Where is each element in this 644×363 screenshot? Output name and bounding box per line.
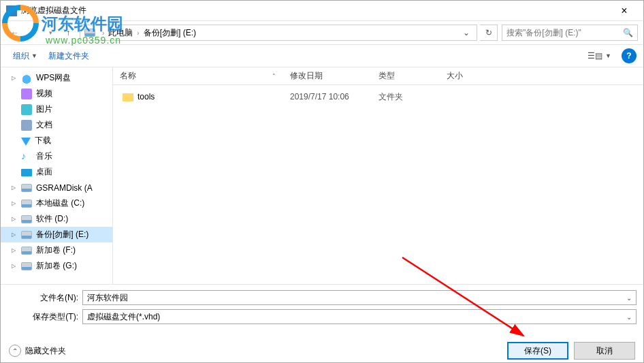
refresh-button[interactable]: ↻ — [480, 25, 498, 41]
sidebar-item-label: 下载 — [35, 135, 51, 146]
drive-icon — [21, 262, 32, 270]
filename-label: 文件名(N): — [7, 292, 82, 304]
column-type[interactable]: 类型 — [372, 70, 440, 82]
sidebar-item[interactable]: 下载 — [1, 133, 112, 148]
search-icon[interactable]: 🔍 — [623, 28, 633, 37]
sort-asc-icon: ˄ — [272, 73, 276, 80]
file-name: tools — [138, 92, 155, 101]
drive-icon — [21, 231, 32, 239]
search-placeholder: 搜索"备份[勿删] (E:)" — [506, 27, 623, 39]
savetype-label: 保存类型(T): — [7, 311, 82, 323]
chevron-right-icon: › — [134, 29, 142, 37]
pic-icon — [21, 104, 32, 115]
column-size[interactable]: 大小 — [440, 70, 494, 82]
sidebar-item[interactable]: 软件 (D:) — [1, 211, 112, 227]
sidebar[interactable]: WPS网盘视频图片文档下载♪音乐桌面GSRAMDisk (A本地磁盘 (C:)软… — [1, 67, 113, 284]
search-input[interactable]: 搜索"备份[勿删] (E:)" 🔍 — [502, 25, 638, 41]
sidebar-item-label: 桌面 — [36, 166, 52, 178]
column-name-label: 名称 — [120, 70, 136, 82]
sidebar-item[interactable]: WPS网盘 — [1, 70, 112, 86]
column-headers: 名称 ˄ 修改日期 类型 大小 — [113, 67, 643, 85]
sidebar-item-label: 软件 (D:) — [36, 213, 68, 225]
new-folder-button[interactable]: 新建文件夹 — [43, 48, 95, 65]
chevron-down-icon: ▼ — [605, 52, 611, 59]
sidebar-item-label: WPS网盘 — [36, 72, 71, 84]
sidebar-item[interactable]: 本地磁盘 (C:) — [1, 195, 112, 211]
save-button[interactable]: 保存(S) — [507, 342, 568, 360]
breadcrumb-drive[interactable]: 备份[勿删] (E:) — [142, 27, 197, 39]
nav-forward-button: → — [25, 25, 41, 41]
cancel-button[interactable]: 取消 — [574, 342, 635, 360]
drive-icon — [21, 200, 32, 208]
help-button[interactable]: ? — [622, 48, 637, 63]
sidebar-item[interactable]: 文档 — [1, 117, 112, 133]
drive-icon — [21, 247, 32, 255]
folder-icon — [123, 93, 133, 101]
chevron-down-icon[interactable]: ⌄ — [626, 294, 632, 302]
navigation-row: ← → ▾ ↑ › 此电脑 › 备份[勿删] (E:) ⌄ ↻ 搜索"备份[勿删… — [1, 21, 643, 44]
address-dropdown-icon[interactable]: ⌄ — [460, 28, 472, 37]
desk-icon — [21, 169, 32, 176]
sidebar-item-label: GSRAMDisk (A — [36, 183, 93, 193]
drive-icon — [21, 215, 32, 223]
sidebar-item[interactable]: ♪音乐 — [1, 148, 112, 164]
sidebar-item[interactable]: 备份[勿删] (E:) — [1, 227, 112, 242]
nav-back-button[interactable]: ← — [7, 25, 23, 41]
sidebar-item[interactable]: 视频 — [1, 86, 112, 101]
sidebar-item[interactable]: 新加卷 (F:) — [1, 242, 112, 258]
chevron-down-icon: ▼ — [31, 52, 37, 59]
file-row[interactable]: tools2019/7/17 10:06文件夹 — [113, 89, 643, 104]
breadcrumb-pc[interactable]: 此电脑 — [107, 27, 134, 39]
sidebar-item-label: 图片 — [36, 104, 52, 115]
file-date: 2019/7/17 10:06 — [283, 92, 372, 101]
chevron-right-icon: › — [99, 29, 107, 37]
sidebar-item[interactable]: 新加卷 (G:) — [1, 258, 112, 274]
sidebar-item-label: 文档 — [36, 119, 52, 131]
titlebar: 浏览虚拟磁盘文件 × — [1, 1, 643, 21]
bottom-form: 文件名(N): 河东软件园 ⌄ 保存类型(T): 虚拟磁盘文件(*.vhd) ⌄ — [1, 284, 643, 331]
new-folder-label: 新建文件夹 — [48, 50, 89, 62]
dl-icon — [21, 138, 31, 146]
window-title: 浏览虚拟磁盘文件 — [21, 5, 611, 16]
cloud-icon — [21, 73, 32, 84]
filename-value: 河东软件园 — [87, 292, 626, 304]
view-icon: ☰▤ — [587, 51, 602, 61]
sidebar-item-label: 本地磁盘 (C:) — [36, 198, 84, 209]
sidebar-item[interactable]: GSRAMDisk (A — [1, 180, 112, 195]
file-type: 文件夹 — [372, 91, 440, 103]
filename-input[interactable]: 河东软件园 ⌄ — [82, 290, 637, 305]
view-options-button[interactable]: ☰▤ ▼ — [583, 48, 616, 63]
nav-recent-dropdown[interactable]: ▾ — [42, 25, 59, 41]
sidebar-item[interactable]: 桌面 — [1, 164, 112, 180]
footer: ⌃ 隐藏文件夹 保存(S) 取消 — [1, 331, 643, 363]
sidebar-item-label: 视频 — [36, 88, 52, 99]
app-icon — [6, 5, 17, 16]
toolbar: 组织 ▼ 新建文件夹 ☰▤ ▼ ? — [1, 44, 643, 67]
hide-folders-link[interactable]: 隐藏文件夹 — [25, 345, 66, 357]
drive-icon — [84, 29, 95, 37]
organize-label: 组织 — [13, 50, 29, 62]
drive-icon — [21, 184, 32, 192]
nav-up-button[interactable]: ↑ — [60, 25, 76, 41]
file-pane: 名称 ˄ 修改日期 类型 大小 tools2019/7/17 10:06文件夹 — [113, 67, 643, 284]
expand-toggle-icon[interactable]: ⌃ — [9, 345, 21, 357]
main-area: WPS网盘视频图片文档下载♪音乐桌面GSRAMDisk (A本地磁盘 (C:)软… — [1, 67, 643, 284]
sidebar-item[interactable]: 图片 — [1, 101, 112, 117]
sidebar-item-label: 音乐 — [36, 151, 52, 162]
sidebar-item-label: 备份[勿删] (E:) — [36, 229, 88, 240]
column-date[interactable]: 修改日期 — [283, 70, 372, 82]
vid-icon — [21, 89, 32, 99]
savetype-value: 虚拟磁盘文件(*.vhd) — [87, 311, 626, 323]
file-list[interactable]: tools2019/7/17 10:06文件夹 — [113, 85, 643, 284]
sidebar-item-label: 新加卷 (G:) — [36, 260, 77, 272]
organize-button[interactable]: 组织 ▼ — [7, 48, 43, 65]
close-button[interactable]: × — [611, 5, 638, 17]
sidebar-item-label: 新加卷 (F:) — [36, 244, 76, 256]
chevron-down-icon[interactable]: ⌄ — [626, 313, 632, 321]
column-name[interactable]: 名称 ˄ — [113, 70, 283, 82]
music-icon: ♪ — [21, 151, 32, 162]
address-bar[interactable]: › 此电脑 › 备份[勿删] (E:) ⌄ — [80, 25, 477, 41]
doc-icon — [21, 120, 32, 131]
savetype-select[interactable]: 虚拟磁盘文件(*.vhd) ⌄ — [82, 309, 637, 324]
